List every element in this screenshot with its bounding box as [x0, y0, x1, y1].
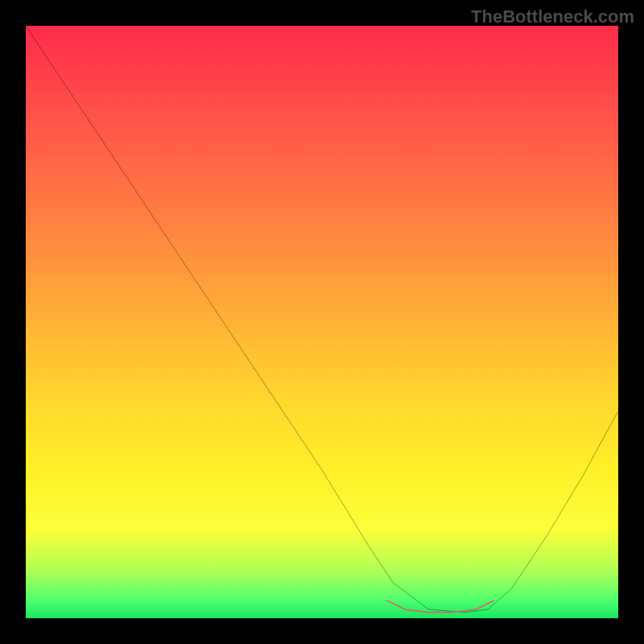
chart-inner [26, 26, 618, 618]
bottleneck-curve-path [26, 26, 618, 613]
chart-plot-area [26, 26, 618, 618]
chart-svg-layer [26, 26, 618, 618]
watermark-text: TheBottleneck.com [471, 6, 634, 27]
